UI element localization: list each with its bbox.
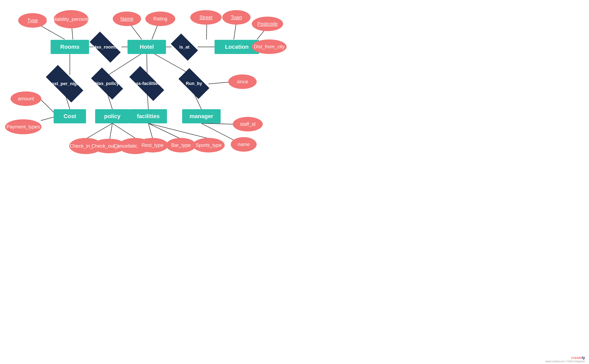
- svg-line-22: [40, 99, 55, 113]
- attr-since: since: [228, 74, 257, 89]
- svg-line-17: [147, 54, 147, 76]
- entity-policy: policy: [95, 109, 130, 123]
- attr-type: Type: [18, 13, 47, 28]
- svg-line-29: [148, 123, 209, 138]
- rel-has-rooms: Has_rooms: [90, 32, 121, 63]
- brand-watermark: creately: [571, 356, 585, 360]
- attr-amount: amount: [11, 91, 41, 106]
- svg-line-27: [148, 123, 153, 138]
- rel-cost-per-night: Cost_per_night: [46, 65, 83, 102]
- attr-sports-type: Sports_type: [193, 138, 225, 152]
- attr-rest-type: Rest_type: [137, 138, 168, 152]
- rel-run-by: Run_by: [179, 68, 210, 99]
- attr-name: Name: [113, 12, 141, 26]
- attr-street: Street: [190, 10, 222, 25]
- rel-has-facilities: has-facilities: [129, 66, 164, 101]
- watermark-sub: www.creately.com • Online Diagrams: [545, 360, 585, 363]
- attr-town: Town: [222, 10, 251, 25]
- er-diagram: Rooms Hotel Location Cost policy facilit…: [0, 0, 589, 364]
- rel-has-policy: Has_policy: [91, 68, 123, 99]
- attr-availability: Availability_percentage: [54, 10, 88, 28]
- attr-bar-type: Bar_type: [166, 138, 196, 152]
- connections-layer: [0, 0, 589, 364]
- entity-rooms: Rooms: [51, 40, 89, 54]
- attr-payment-types: Payment_types: [5, 119, 41, 134]
- attr-dist-from-city: Dist_from_city: [252, 39, 287, 54]
- entity-cost: Cost: [54, 109, 86, 123]
- svg-line-24: [86, 123, 112, 138]
- svg-line-25: [110, 123, 112, 140]
- svg-line-28: [148, 123, 180, 138]
- entity-hotel: Hotel: [127, 40, 166, 54]
- attr-rating: Rating: [145, 12, 175, 26]
- attr-staff-id: staff_id: [233, 117, 263, 131]
- svg-line-26: [112, 123, 136, 138]
- attr-postcode: Postcode: [252, 17, 283, 31]
- entity-manager: manager: [182, 109, 221, 123]
- svg-line-21: [208, 82, 229, 84]
- attr-manager-name: name: [231, 137, 257, 152]
- entity-facilities: facilities: [130, 109, 167, 123]
- rel-is-at: is_at: [171, 33, 198, 61]
